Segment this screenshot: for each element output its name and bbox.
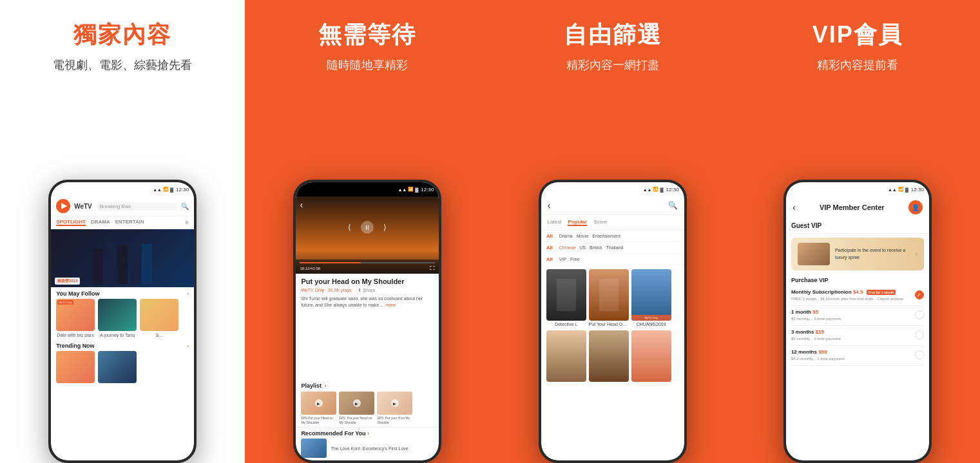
back-button3[interactable]: ‹ [548, 200, 551, 211]
plan-monthly-sub[interactable]: Monthly Subscriptionion $4.5 Free for 1 … [791, 286, 924, 306]
search-icon[interactable]: 🔍 [181, 203, 189, 210]
prev-icon[interactable]: ⟨ [348, 223, 351, 232]
filter-british[interactable]: British [590, 245, 602, 250]
pause-button[interactable]: ⏸ [361, 221, 374, 234]
plan-monthly-name: Monthly Subscriptionion $4.5 Free for 1 … [791, 289, 911, 295]
wifi-icon4: 📶 [898, 187, 904, 192]
tab-spotlight[interactable]: SPOTLIGHT [56, 219, 86, 226]
playlist-item-2[interactable]: ▶ EP3: Put your H on My Shoulde [377, 392, 412, 424]
playlist-thumb-1: ▶ [339, 392, 374, 415]
filter-all-access[interactable]: All [546, 256, 555, 262]
next-icon[interactable]: ⟩ [383, 223, 387, 232]
panel2-subtitle: 隨時隨地享精彩 [327, 57, 408, 73]
panel2-video-info: Put your Head on My Shoulder WeTV Only ·… [296, 274, 439, 380]
vip-member-title: VIP Member Center [801, 203, 903, 211]
playlist-item-0[interactable]: ▶ EP1:Put your Head on My Shoulder [301, 392, 336, 424]
plan-12months[interactable]: 12 months $50 $4.2 monthly，1-time-paymen… [791, 346, 924, 366]
trending-card-1[interactable] [98, 351, 137, 383]
content-card-r2-2[interactable] [631, 330, 671, 382]
video-controls-overlay: ⟨ ⏸ ⟩ [348, 221, 387, 234]
plan-monthly-radio[interactable]: ✓ [915, 290, 924, 299]
plan-12months-radio[interactable] [915, 350, 924, 359]
panel4-purchase: Purchase VIP Monthly Subscriptionion $4.… [786, 274, 929, 460]
avatar-icon: 👤 [912, 204, 919, 211]
card-item-0[interactable]: WeTV Only Date with big stars [56, 299, 95, 337]
tab-drama[interactable]: DRAMA [91, 219, 110, 226]
tab-score[interactable]: Score [593, 219, 607, 226]
panel1-section-follow: You May Follow › [51, 287, 194, 299]
figure5 [142, 244, 152, 284]
figure1 [93, 249, 103, 284]
card-detective-name: Detective L [546, 322, 586, 326]
plan-monthly-desc: FREE 1 month，$4.5/month after free-trial… [791, 296, 911, 302]
filter-all-type[interactable]: All [546, 233, 555, 239]
playlist-item-1[interactable]: ▶ EP2: Put your Head on My Shoulde [339, 392, 374, 424]
content-card-detective[interactable]: Detective L [546, 269, 586, 326]
card-item-2[interactable]: S... [140, 299, 178, 337]
rec-thumb [301, 439, 327, 458]
play-overlay-2: ▶ [391, 399, 399, 407]
rec-item[interactable]: The Love Kont: Excellency's First Love [301, 439, 434, 458]
filter-row-access: All VIP Free [541, 254, 684, 265]
plan-1month-radio[interactable] [915, 310, 924, 319]
play-overlay-1: ▶ [353, 399, 361, 407]
figure4 [130, 249, 140, 284]
panel1-trending-cards [51, 351, 194, 383]
panel4-vip-header: ‹ VIP Member Center 👤 [786, 196, 929, 218]
filter-all-region[interactable]: All [546, 245, 555, 250]
filter-free[interactable]: Free [570, 257, 579, 261]
panel2-video-player: ⟨ ⏸ ⟩ 18:12/42:58 ⛶ ‹ [296, 196, 439, 274]
back-button-video[interactable]: ‹ [300, 199, 303, 211]
section-follow-arrow[interactable]: › [187, 291, 189, 297]
content-card-chuang[interactable]: WeTV Only CHUANG2019 [631, 269, 671, 326]
wifi-icon: 📶 [163, 187, 169, 192]
playlist-thumb-0: ▶ [301, 392, 336, 415]
video-meta: WeTV Only · 30.0K plays ⬆ Share [301, 288, 434, 293]
video-progress-fill [300, 262, 361, 263]
plan-3months[interactable]: 3 months $15 $5 monthly，1-time-payment [791, 326, 924, 346]
plan-1month[interactable]: 1 month $5 $5 monthly，1-time-payment [791, 306, 924, 326]
panel2-playlist: Playlist › ▶ EP1:Put your Head on My Sho… [296, 380, 439, 427]
share-button[interactable]: ⬆ Share [358, 288, 375, 292]
panel1-search-bar[interactable]: Breaking Bad [96, 202, 177, 211]
filter-vip[interactable]: VIP [559, 257, 566, 261]
fullscreen-icon[interactable]: ⛶ [430, 265, 435, 271]
tab-entertain[interactable]: ENTERTAIN [115, 219, 144, 226]
plan-1month-info: 1 month $5 $5 monthly，1-time-payment [791, 309, 911, 322]
card-label-2: S... [140, 333, 178, 337]
recommended-title[interactable]: Recommended For You › [301, 430, 434, 437]
back-button4[interactable]: ‹ [793, 202, 796, 213]
content-card-shoulder[interactable]: Put Your Head On My Shoulder [589, 269, 629, 326]
more-link[interactable]: more [385, 303, 396, 307]
filter-entertainment[interactable]: Entertainment [592, 234, 620, 238]
panel4-promo-banner[interactable]: Participate in the event to receive a lu… [791, 238, 924, 270]
content-card-r2-1[interactable] [589, 330, 629, 382]
plan-3months-radio[interactable] [915, 330, 924, 339]
trending-card-0[interactable] [56, 351, 95, 383]
panel2-status-icons: ▲▲ 📶 ▓ 12:30 [398, 187, 434, 193]
filter-thailand[interactable]: Thailand [606, 245, 624, 250]
promo-image [798, 243, 830, 265]
filter-drama[interactable]: Drama [559, 234, 573, 238]
playlist-label-0: EP1:Put your Head on My Shoulder [301, 416, 336, 424]
tab-popular[interactable]: Popular [568, 219, 587, 226]
card-item-1[interactable]: A journey to Tang [98, 299, 137, 337]
filter-us[interactable]: US [579, 245, 586, 250]
section-trending-arrow[interactable]: › [187, 343, 189, 349]
filter-movie[interactable]: Movie [577, 234, 589, 238]
panel4-title: VIP會員 [812, 19, 903, 51]
vip-avatar[interactable]: 👤 [908, 200, 923, 214]
search-icon3[interactable]: 🔍 [668, 201, 678, 210]
filter-icon[interactable]: ≡ [185, 219, 189, 226]
detective-figure [557, 279, 576, 311]
guest-vip-label: Guest VIP [791, 222, 821, 229]
playlist-title[interactable]: Playlist › [301, 383, 434, 389]
filter-chinese[interactable]: Chinese [559, 245, 576, 250]
video-progress-bar[interactable] [300, 262, 435, 263]
video-title: Put your Head on My Shoulder [301, 278, 434, 285]
wetv-logo[interactable] [56, 199, 70, 213]
panel4-phone-wrapper: ▲▲ 📶 ▓ 12:30 ‹ VIP Member Center 👤 [735, 180, 980, 463]
playlist-label-1: EP2: Put your Head on My Shoulde [339, 416, 374, 424]
content-card-r2-0[interactable] [546, 330, 586, 382]
tab-latest[interactable]: Latest [548, 219, 562, 226]
